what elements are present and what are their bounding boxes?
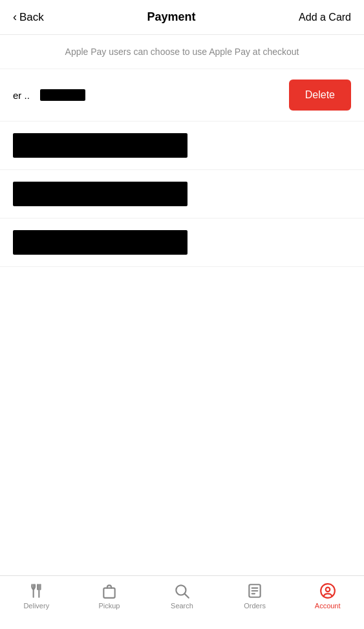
info-banner: Apple Pay users can choose to use Apple …: [0, 35, 364, 69]
account-icon: [319, 582, 336, 599]
tab-delivery-label: Delivery: [23, 602, 49, 610]
tab-account[interactable]: Account: [308, 582, 347, 610]
payment-item-2: [0, 170, 364, 219]
back-label: Back: [19, 11, 44, 24]
back-chevron-icon: ‹: [13, 10, 17, 24]
orders-icon: [246, 582, 263, 599]
svg-rect-5: [103, 588, 114, 598]
page-title: Payment: [147, 10, 195, 24]
delete-button-wrapper: Delete: [289, 80, 351, 111]
back-button[interactable]: ‹ Back: [13, 10, 44, 24]
search-icon: [173, 582, 190, 599]
info-text: Apple Pay users can choose to use Apple …: [13, 47, 351, 57]
redacted-block-1: [13, 133, 187, 158]
add-card-button[interactable]: Add a Card: [299, 12, 351, 23]
tab-pickup[interactable]: Pickup: [90, 582, 129, 610]
utensils-icon: [28, 582, 45, 599]
tab-pickup-label: Pickup: [98, 602, 120, 610]
tab-orders[interactable]: Orders: [235, 582, 274, 610]
tab-account-label: Account: [315, 602, 341, 610]
delete-button[interactable]: Delete: [292, 83, 348, 107]
redacted-block-2: [13, 182, 187, 206]
tab-bar: Delivery Pickup Search Orders: [0, 575, 364, 629]
card-redacted-0: [40, 89, 85, 101]
payment-item-0: er .. Delete: [0, 69, 364, 122]
payment-item-left-0: er ..: [13, 89, 85, 101]
tab-search-label: Search: [171, 602, 193, 610]
payment-item-3: [0, 219, 364, 267]
tab-delivery[interactable]: Delivery: [17, 582, 56, 610]
payment-list: er .. Delete: [0, 69, 364, 267]
redacted-block-3: [13, 230, 187, 255]
card-prefix-0: er ..: [13, 90, 30, 101]
payment-item-1: [0, 122, 364, 170]
tab-orders-label: Orders: [244, 602, 266, 610]
bag-icon: [101, 582, 118, 599]
svg-point-13: [325, 588, 330, 592]
svg-line-7: [185, 594, 189, 598]
tab-search[interactable]: Search: [162, 582, 201, 610]
top-nav: ‹ Back Payment Add a Card: [0, 0, 364, 35]
